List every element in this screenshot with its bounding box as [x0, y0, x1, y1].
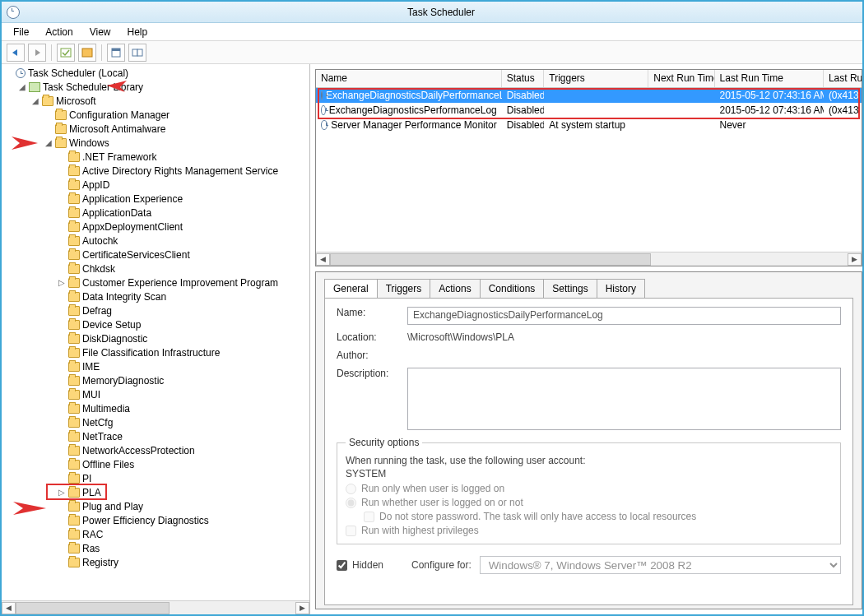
toolbar-button-3[interactable]	[57, 44, 75, 62]
toolbar-button-4[interactable]	[78, 44, 96, 62]
folder-icon	[68, 236, 80, 246]
location-value: \Microsoft\Windows\PLA	[407, 331, 514, 343]
tree-item[interactable]: ▷Chkdsk	[58, 262, 309, 276]
tree-item[interactable]: ▷Multimedia	[58, 401, 309, 415]
tab-general[interactable]: General	[324, 279, 378, 298]
configure-for-select: Windows® 7, Windows Server™ 2008 R2	[480, 556, 841, 574]
scroll-left-icon[interactable]: ◀	[2, 602, 16, 614]
description-field[interactable]	[407, 368, 841, 430]
task-list-header[interactable]: Name Status Triggers Next Run Time Last …	[316, 70, 862, 88]
folder-icon	[68, 502, 80, 512]
tree-item[interactable]: ▷Registry	[58, 555, 309, 569]
folder-icon	[55, 138, 67, 148]
tree-item[interactable]: ▷.NET Framework	[58, 150, 309, 164]
tree-item[interactable]: ▷Device Setup	[58, 317, 309, 331]
app-icon	[7, 6, 20, 19]
tree-item[interactable]: ▷Active Directory Rights Management Serv…	[58, 164, 309, 178]
name-label: Name:	[337, 307, 399, 318]
tree-item[interactable]: ▷IME	[58, 359, 309, 373]
tree-item[interactable]: ▷AppxDeploymentClient	[58, 220, 309, 234]
tree-item[interactable]: ▷Plug and Play	[58, 499, 309, 513]
folder-icon	[68, 446, 80, 456]
tree-item[interactable]: ▷NetTrace	[58, 429, 309, 443]
folder-icon	[42, 96, 53, 106]
tree-item[interactable]: ▷Autochk	[58, 234, 309, 248]
security-options-group: Security options When running the task, …	[337, 437, 841, 544]
tree-root[interactable]: ▸ Task Scheduler (Local)	[5, 66, 309, 80]
folder-icon	[68, 474, 80, 484]
tree-item[interactable]: ▷PLA	[58, 485, 309, 499]
toolbar-button-6[interactable]	[128, 44, 146, 62]
radio-logged-on-or-not	[346, 498, 356, 508]
tree-item[interactable]: ▷RAC	[58, 527, 309, 541]
tree-item[interactable]: ▸Microsoft Antimalware	[44, 122, 309, 136]
toolbar-button-5[interactable]	[107, 44, 125, 62]
tab-settings[interactable]: Settings	[543, 279, 597, 298]
folder-icon	[68, 180, 80, 190]
tab-triggers[interactable]: Triggers	[377, 279, 431, 298]
menu-file[interactable]: File	[5, 25, 37, 39]
tree-item[interactable]: ▷File Classification Infrastructure	[58, 345, 309, 359]
tree-item[interactable]: ▷MemoryDiagnostic	[58, 373, 309, 387]
table-row[interactable]: ExchangeDiagnosticsPerformanceLogDisable…	[316, 103, 862, 118]
tree-horizontal-scrollbar[interactable]: ◀ ▶	[2, 600, 309, 614]
folder-icon	[68, 306, 80, 316]
folder-icon	[68, 208, 80, 218]
tree-windows[interactable]: ◢ Windows	[44, 136, 309, 150]
tree-item[interactable]: ▷ApplicationData	[58, 206, 309, 220]
tree-library-label: Task Scheduler Library	[43, 81, 143, 93]
folder-icon	[68, 264, 80, 274]
tree-item[interactable]: ▷MUI	[58, 387, 309, 401]
tab-conditions[interactable]: Conditions	[480, 279, 545, 298]
check-highest-privileges	[346, 526, 356, 536]
folder-icon	[55, 110, 67, 120]
folder-icon	[68, 488, 80, 498]
scroll-right-icon[interactable]: ▶	[295, 602, 309, 614]
folder-icon	[68, 348, 80, 358]
tree-item[interactable]: ▷Power Efficiency Diagnostics	[58, 513, 309, 527]
scroll-left-icon[interactable]: ◀	[316, 253, 330, 266]
tree-item[interactable]: ▷PI	[58, 471, 309, 485]
tree-item[interactable]: ▷Application Experience	[58, 192, 309, 206]
list-horizontal-scrollbar[interactable]: ◀ ▶	[316, 252, 862, 266]
folder-icon	[68, 558, 80, 567]
name-field[interactable]: ExchangeDiagnosticsDailyPerformanceLog	[407, 307, 841, 325]
menu-view[interactable]: View	[81, 25, 119, 39]
folder-icon	[68, 334, 80, 344]
tree-item[interactable]: ▷NetworkAccessProtection	[58, 443, 309, 457]
svg-rect-4	[132, 49, 137, 56]
folder-icon	[68, 278, 80, 288]
tree-library[interactable]: ◢ Task Scheduler Library	[18, 80, 309, 94]
window-title: Task Scheduler	[25, 7, 857, 18]
menu-help[interactable]: Help	[119, 25, 156, 39]
library-icon	[29, 82, 40, 92]
tree-item[interactable]: ▷Data Integrity Scan	[58, 289, 309, 303]
tab-history[interactable]: History	[597, 279, 645, 298]
folder-icon	[68, 390, 80, 400]
folder-icon	[68, 544, 80, 553]
table-row[interactable]: ExchangeDiagnosticsDailyPerformanceLogDi…	[316, 88, 862, 103]
task-icon	[321, 120, 327, 130]
check-hidden[interactable]	[337, 560, 347, 571]
tree-item[interactable]: ▷Defrag	[58, 303, 309, 317]
back-button[interactable]	[7, 44, 25, 62]
tree-item[interactable]: ▷Customer Experience Improvement Program	[58, 276, 309, 289]
scroll-right-icon[interactable]: ▶	[848, 253, 862, 266]
titlebar: Task Scheduler	[2, 2, 862, 23]
tree-item[interactable]: ▸Configuration Manager	[44, 108, 309, 122]
forward-button[interactable]	[28, 44, 46, 62]
tree-item[interactable]: ▷CertificateServicesClient	[58, 248, 309, 262]
tree-item[interactable]: ▷Offline Files	[58, 457, 309, 471]
table-row[interactable]: Server Manager Performance MonitorDisabl…	[316, 118, 862, 132]
detail-tabs: General Triggers Actions Conditions Sett…	[324, 279, 853, 298]
tree-item[interactable]: ▷AppID	[58, 178, 309, 192]
tree-item[interactable]: ▷Ras	[58, 541, 309, 555]
tree-microsoft[interactable]: ◢ Microsoft	[31, 94, 309, 108]
menu-action[interactable]: Action	[37, 25, 81, 39]
task-icon	[321, 105, 326, 115]
tab-actions[interactable]: Actions	[430, 279, 480, 298]
tree-item[interactable]: ▷DiskDiagnostic	[58, 331, 309, 345]
folder-icon	[68, 460, 80, 470]
task-detail-panel: General Triggers Actions Conditions Sett…	[315, 271, 862, 609]
tree-item[interactable]: ▷NetCfg	[58, 415, 309, 429]
